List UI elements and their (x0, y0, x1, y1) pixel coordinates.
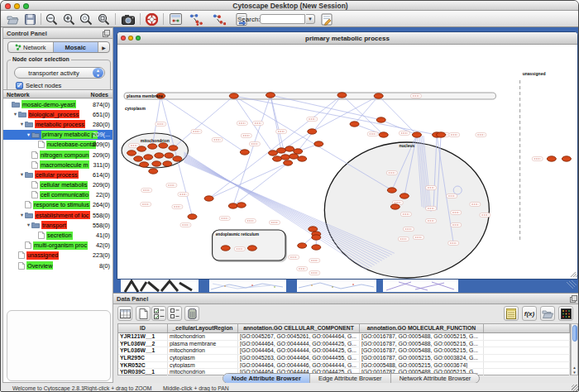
tree-expand-arrow-icon[interactable]: ▼ (19, 213, 25, 218)
tree-row[interactable]: ▼establishment of loc558(0) (3, 210, 112, 220)
float-panel-icon[interactable] (103, 30, 110, 37)
table-column-header[interactable]: annotation.GO MOLECULAR_FUNCTION (360, 324, 484, 332)
table-cell (484, 355, 570, 361)
tree-row[interactable]: ▼metabolic process280(0) (3, 119, 112, 129)
folder-icon (18, 111, 26, 117)
snapshot-camera-icon[interactable] (122, 12, 135, 26)
table-cell (484, 341, 570, 347)
tree-row-count: 209(0) (93, 141, 110, 148)
notepad-icon[interactable] (504, 306, 519, 321)
table-scrollbar[interactable]: ▲▼ (571, 323, 578, 375)
function-builder-icon[interactable]: f(x) (522, 306, 537, 321)
tree-row[interactable]: ▼primary metabolic proc209(... (3, 130, 112, 140)
open-folder-icon[interactable] (6, 12, 19, 26)
file-icon (38, 141, 45, 148)
attribute-table[interactable]: ID_cellularLayoutRegionannotation.GO CEL… (117, 323, 571, 375)
background-windows-sliver[interactable] (113, 280, 579, 293)
tree-row[interactable]: ▼biological_process651(0) (3, 109, 112, 119)
tab-network[interactable]: Network (8, 42, 54, 52)
tree-row-label: mosaic-demo-yeast (22, 100, 76, 108)
table-column-header[interactable]: annotation.GO CELLULAR_COMPONENT (238, 324, 360, 332)
resize-grip[interactable] (572, 385, 579, 392)
attribute-editor-icon[interactable] (320, 12, 333, 26)
search-dropdown-arrow[interactable]: ▼ (306, 14, 315, 24)
scrollbar-thumb[interactable] (572, 325, 577, 342)
search-input[interactable] (260, 14, 305, 24)
table-column-header[interactable]: _cellularLayoutRegion (168, 324, 238, 332)
network-merge-alt-icon[interactable] (213, 12, 226, 26)
zoom-fit-icon[interactable] (97, 12, 110, 26)
file-icon (31, 191, 38, 198)
tree-expand-arrow-icon[interactable]: ▼ (26, 132, 31, 137)
select-nodes-label: Select nodes (26, 82, 61, 89)
tree-row[interactable]: nitrogen compoun209(0) (3, 150, 112, 160)
tree-row-label: cellular process (35, 170, 79, 179)
tree-expand-arrow-icon[interactable]: ▼ (26, 222, 31, 227)
table-row[interactable]: YPL036W__2plasma membrane[GO:0044464, GO… (118, 341, 570, 348)
import-attributes-folder-icon[interactable] (540, 306, 555, 321)
unselect-attributes-icon[interactable] (167, 306, 182, 321)
tree-row-count: 209(0) (93, 181, 110, 189)
table-cell: [GO:0045263, GO:0044464, GO:0044455, G..… (238, 355, 360, 361)
tree-row[interactable]: cell communicatio22(0) (3, 190, 112, 200)
svg-text:endoplasmic reticulum: endoplasmic reticulum (216, 232, 259, 237)
table-cell (484, 362, 570, 369)
table-column-header[interactable]: ID (118, 324, 168, 332)
network-window-titlebar[interactable]: primary metabolic process (117, 32, 577, 45)
scrollbar-arrows[interactable]: ▲▼ (572, 366, 577, 375)
tree-row-label: metabolic process (35, 120, 85, 128)
table-row[interactable]: YPL036W__1mitochondrion[GO:0044464, GO:0… (118, 347, 570, 355)
table-cell: YDR039C__1 (118, 369, 168, 375)
attribute-matrix-icon[interactable] (558, 306, 573, 321)
tree-col-network: Network (7, 92, 30, 98)
delete-attribute-trash-icon[interactable] (184, 306, 199, 321)
tree-expand-arrow-icon[interactable]: ▼ (12, 112, 18, 117)
tree-expand-arrow-icon[interactable]: ▼ (19, 172, 25, 177)
tree-row[interactable]: Overview8(0) (3, 261, 112, 270)
tree-row[interactable]: ▼transport558(0) (3, 220, 112, 230)
zoom-out-icon[interactable] (45, 12, 58, 26)
tree-expand-arrow-icon[interactable]: ▼ (19, 122, 25, 127)
select-nodes-checkbox[interactable]: ✓ (16, 82, 23, 89)
dropdown-value: transporter activity (15, 69, 93, 77)
tree-row[interactable]: cellular metabolis209(0) (3, 180, 112, 190)
select-attributes-icon[interactable] (151, 306, 166, 321)
network-view-window[interactable]: primary metabolic process plasma membran… (117, 31, 578, 280)
tab-edge-attribute-browser[interactable]: Edge Attribute Browser (310, 374, 391, 383)
tree-row[interactable]: nucleobase-contain209(0) (3, 140, 112, 150)
tree-row-label: secretion (46, 232, 73, 240)
tree-row[interactable]: secretion41(0) (3, 230, 112, 240)
birds-eye-view[interactable] (7, 310, 111, 381)
table-row[interactable]: YLR295Ccytoplasm[GO:0045263, GO:0044464,… (118, 355, 570, 362)
tree-row-label: primary metabolic proc (41, 131, 98, 139)
tab-network-attribute-browser[interactable]: Network Attribute Browser (391, 374, 480, 383)
cytopanel-icon[interactable] (169, 12, 182, 26)
node-color-dropdown[interactable]: transporter activity ▲▼ (14, 67, 105, 79)
help-lifering-icon[interactable] (145, 12, 158, 26)
tab-node-attribute-browser[interactable]: Node Attribute Browser (223, 374, 310, 383)
table-row[interactable]: YKR052Ccytoplasm[GO:0044464, GO:0044446,… (118, 362, 570, 370)
network-canvas[interactable]: plasma membranecytoplasmmitochondrionnuc… (117, 45, 577, 279)
save-icon[interactable] (23, 12, 36, 26)
table-cell: YJR121W__1 (118, 333, 168, 340)
network-window-title: primary metabolic process (117, 35, 577, 42)
tab-overflow-arrow-icon[interactable]: ▶ (98, 42, 109, 52)
table-row[interactable]: YJR121W__1mitochondrion[GO:0045267, GO:0… (118, 333, 570, 341)
table-column-header[interactable] (484, 324, 570, 332)
attribute-table-icon[interactable] (117, 306, 132, 321)
tree-row[interactable]: response to stimulus264(0) (3, 200, 112, 210)
tree-row-count: 209(... (93, 131, 110, 138)
zoom-in-icon[interactable] (62, 12, 75, 26)
tree-row[interactable]: macromolecule m311(0) (3, 160, 112, 170)
tab-mosaic[interactable]: Mosaic (54, 42, 99, 52)
table-cell: [GO:0045267, GO:0045261, GO:0044464, G..… (238, 333, 360, 340)
float-data-panel-icon[interactable] (570, 295, 577, 303)
tree-row-label: unassigned (26, 251, 59, 260)
tree-row[interactable]: multi-organism proc42(0) (3, 241, 112, 251)
new-attribute-icon[interactable] (136, 306, 151, 321)
tree-row[interactable]: unassigned223(0) (3, 251, 112, 261)
tree-row[interactable]: mosaic-demo-yeast874(0) (3, 99, 112, 109)
tree-row[interactable]: ▼cellular process614(0) (3, 170, 112, 179)
zoom-selected-icon[interactable] (79, 12, 93, 26)
network-merge-icon[interactable] (189, 12, 203, 26)
